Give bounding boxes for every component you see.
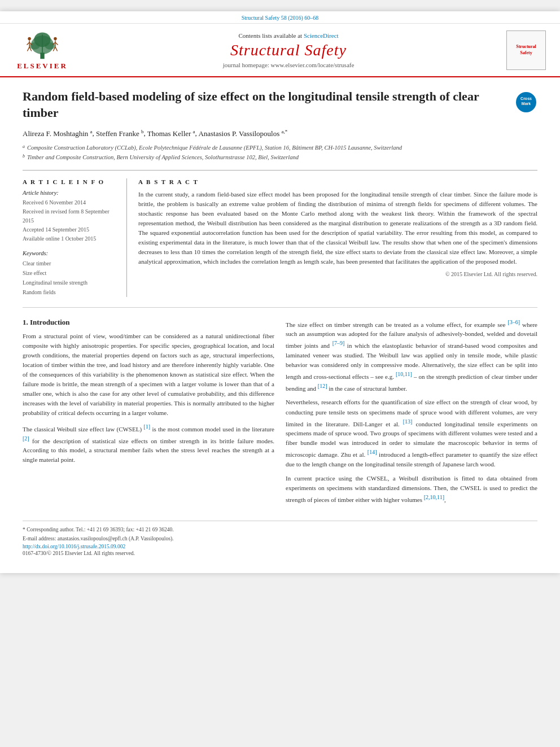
article-info-col: A R T I C L E I N F O Article history: R… bbox=[23, 178, 127, 297]
journal-logo-box: StructuralSafety bbox=[506, 30, 546, 70]
author-4: Anastasios P. Vassilopoulos a,* bbox=[198, 129, 287, 138]
keyword-3: Longitudinal tensile strength bbox=[23, 278, 119, 287]
keyword-2: Size effect bbox=[23, 268, 119, 278]
history-revised: Received in revised form 8 September 201… bbox=[23, 207, 119, 225]
article-content: Random field-based modeling of size effe… bbox=[0, 77, 560, 573]
copyright-line: © 2015 Elsevier Ltd. All rights reserved… bbox=[138, 271, 537, 277]
affil-1: a Composite Construction Laboratory (CCL… bbox=[23, 143, 537, 153]
svg-point-6 bbox=[28, 37, 31, 41]
body-para-4: Nevertheless, research efforts for the q… bbox=[286, 397, 537, 469]
svg-line-15 bbox=[55, 42, 58, 45]
journal-header-center: Contents lists available at ScienceDirec… bbox=[79, 29, 498, 71]
keyword-1: Clear timber bbox=[23, 259, 119, 268]
journal-citation: Structural Safety 58 (2016) 60–68 bbox=[242, 15, 319, 21]
svg-text:Cross: Cross bbox=[520, 97, 532, 101]
article-title-row: Random field-based modeling of size effe… bbox=[23, 89, 537, 121]
journal-logo-text: StructuralSafety bbox=[516, 44, 536, 56]
sciencedirect-anchor[interactable]: ScienceDirect bbox=[304, 32, 339, 39]
abstract-title: A B S T R A C T bbox=[138, 178, 537, 185]
elsevier-tree-icon bbox=[20, 29, 65, 60]
body-right-col: The size effect on timber strength can b… bbox=[286, 318, 537, 509]
affil-2: b Timber and Composite Construction, Ber… bbox=[23, 153, 537, 163]
article-info-abstract-row: A R T I C L E I N F O Article history: R… bbox=[23, 170, 537, 297]
section1-heading: 1. Introduction bbox=[23, 318, 274, 327]
journal-homepage: journal homepage: www.elsevier.com/locat… bbox=[223, 62, 355, 68]
history-accepted: Accepted 14 September 2015 bbox=[23, 225, 119, 234]
doi-bar: Structural Safety 58 (2016) 60–68 bbox=[0, 11, 560, 24]
footnote-corresponding: * Corresponding author. Tel.: +41 21 69 … bbox=[23, 526, 537, 534]
author-1: Alireza F. Moshtaghin a bbox=[23, 129, 93, 138]
history-received: Received 6 November 2014 bbox=[23, 198, 119, 207]
svg-line-17 bbox=[55, 47, 58, 51]
journal-header: ELSEVIER Contents lists available at Sci… bbox=[0, 24, 560, 77]
authors-line: Alireza F. Moshtaghin a, Steffen Franke … bbox=[23, 128, 537, 139]
keywords-title: Keywords: bbox=[23, 250, 119, 256]
author-3: Thomas Keller a bbox=[147, 129, 195, 138]
footnote-email: E-mail address: anastasios.vasilopoulos@… bbox=[23, 535, 537, 543]
article-history: Article history: Received 6 November 201… bbox=[23, 190, 119, 243]
history-online: Available online 1 October 2015 bbox=[23, 234, 119, 243]
keyword-4: Random fields bbox=[23, 287, 119, 297]
affiliations: a Composite Construction Laboratory (CCL… bbox=[23, 143, 537, 163]
elsevier-logo: ELSEVIER bbox=[17, 29, 68, 71]
svg-line-10 bbox=[27, 47, 29, 51]
svg-text:Mark: Mark bbox=[522, 102, 531, 106]
elsevier-wordmark: ELSEVIER bbox=[17, 62, 68, 71]
body-left-col: 1. Introduction From a structural point … bbox=[23, 318, 274, 509]
article-title-text: Random field-based modeling of size effe… bbox=[23, 89, 509, 121]
journal-header-right: StructuralSafety bbox=[504, 29, 549, 71]
footer-copyright: 0167-4730/© 2015 Elsevier Ltd. All right… bbox=[23, 551, 537, 556]
page-footer: * Corresponding author. Tel.: +41 21 69 … bbox=[23, 521, 537, 557]
sciencedirect-link: Contents lists available at ScienceDirec… bbox=[238, 32, 338, 39]
abstract-col: A B S T R A C T In the current study, a … bbox=[138, 178, 537, 297]
body-para-3: The size effect on timber strength can b… bbox=[286, 318, 537, 394]
article-info-title: A R T I C L E I N F O bbox=[23, 178, 119, 185]
crossmark-badge: Cross Mark bbox=[515, 91, 537, 113]
page: Structural Safety 58 (2016) 60–68 bbox=[0, 11, 560, 573]
body-text-cols: 1. Introduction From a structural point … bbox=[23, 318, 537, 509]
elsevier-branding: ELSEVIER bbox=[11, 29, 73, 71]
body-para-2: The classical Weibull size effect law (C… bbox=[23, 422, 274, 465]
author-2: Steffen Franke b bbox=[96, 129, 143, 138]
body-para-5: In current practice using the CWSEL, a W… bbox=[286, 474, 537, 505]
history-title: Article history: bbox=[23, 190, 119, 196]
body-para-1: From a structural point of view, wood/ti… bbox=[23, 331, 274, 418]
abstract-text: In the current study, a random field-bas… bbox=[138, 190, 537, 267]
journal-title: Structural Safety bbox=[230, 41, 347, 59]
section-divider bbox=[23, 307, 537, 308]
svg-point-12 bbox=[54, 37, 56, 41]
footer-doi-link[interactable]: http://dx.doi.org/10.1016/j.strusafe.201… bbox=[23, 544, 537, 549]
keywords-section: Keywords: Clear timber Size effect Longi… bbox=[23, 250, 119, 297]
